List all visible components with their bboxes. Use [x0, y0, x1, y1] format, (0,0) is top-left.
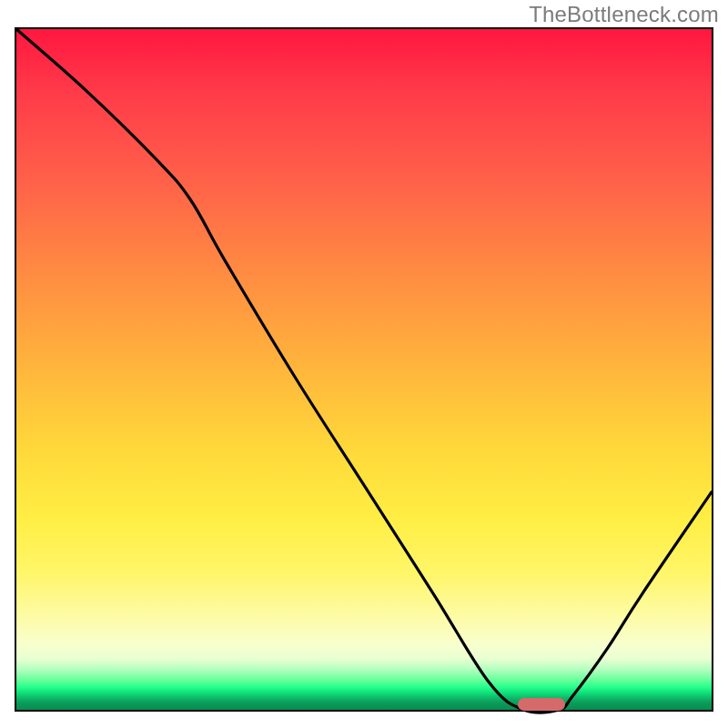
attribution-text: TheBottleneck.com [529, 2, 719, 27]
optimal-marker [518, 698, 565, 711]
bottleneck-curve-path [16, 29, 712, 713]
plot-area [15, 27, 713, 712]
chart-container: TheBottleneck.com [0, 0, 728, 728]
curve-svg [16, 29, 712, 710]
